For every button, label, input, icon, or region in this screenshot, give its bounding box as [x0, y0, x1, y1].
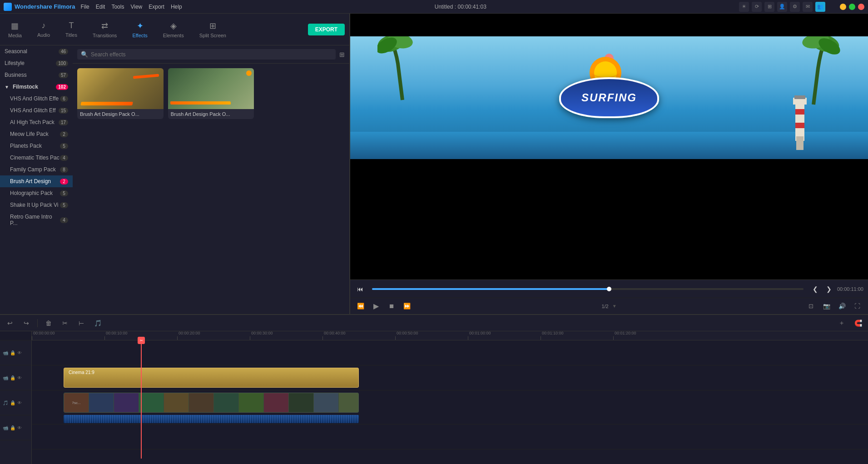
go-start-button[interactable]: ⏮ — [355, 284, 366, 294]
clip-stickers[interactable]: 7sc... — [64, 393, 359, 413]
menu-file[interactable]: File — [80, 4, 89, 10]
track-3-eye-icon[interactable]: 👁 — [17, 400, 22, 405]
tracks-body: ✂ Cinema 21:9 — [32, 340, 868, 459]
toolbar-elements[interactable]: ◈ Elements — [159, 19, 188, 40]
category-filmstock[interactable]: ▼ Filmstock 102 — [0, 81, 73, 93]
title-bar-right: ☀ ⟳ ⊞ 👤 ⚙ ✉ 👥 — [739, 2, 864, 12]
progress-bar[interactable] — [372, 288, 804, 290]
clip-cinema[interactable]: Cinema 21:9 — [64, 368, 359, 388]
track-1-eye-icon[interactable]: 👁 — [17, 350, 22, 355]
tb-icon-user[interactable]: 👤 — [777, 2, 787, 12]
menu-view[interactable]: View — [130, 4, 142, 10]
cut-button[interactable]: ✂ — [60, 318, 70, 329]
nav-prev-button[interactable]: ❮ — [810, 284, 821, 294]
magnet-button[interactable]: 🧲 — [853, 318, 863, 329]
screenshot-button[interactable]: 📷 — [821, 300, 833, 312]
ruler-spacer — [0, 331, 31, 340]
category-holographic[interactable]: Holographic Pack 5 — [0, 187, 73, 199]
category-retro-game-label: Retro Game Intro P... — [10, 214, 60, 226]
search-input[interactable] — [91, 51, 332, 58]
tb-icon-sun[interactable]: ☀ — [739, 2, 749, 12]
volume-button[interactable]: 🔊 — [836, 300, 848, 312]
elements-icon: ◈ — [170, 21, 177, 31]
category-seasonal[interactable]: Seasonal 46 — [0, 45, 73, 57]
category-planets[interactable]: Planets Pack 5 — [0, 140, 73, 152]
undo-button[interactable]: ↩ — [5, 318, 15, 329]
tb-icon-mail[interactable]: ✉ — [803, 2, 813, 12]
add-track-button[interactable]: ＋ — [836, 318, 847, 329]
menu-export[interactable]: Export — [149, 4, 164, 10]
category-cinematic-titles[interactable]: Cinematic Titles Pac 4 — [0, 152, 73, 164]
category-planets-label: Planets Pack — [10, 143, 42, 149]
fit-button[interactable]: ⊡ — [805, 300, 817, 312]
fullscreen-button[interactable]: ⛶ — [852, 300, 863, 312]
split-button[interactable]: ⊢ — [76, 318, 87, 329]
category-lifestyle-label: Lifestyle — [5, 60, 25, 66]
tb-icon-account[interactable]: 👥 — [815, 2, 825, 12]
palm-left-svg — [377, 36, 432, 109]
audio-label: Audio — [37, 32, 50, 38]
audio-detach-button[interactable]: 🎵 — [92, 318, 103, 329]
close-button[interactable] — [858, 4, 864, 10]
fast-forward-button[interactable]: ⏩ — [401, 300, 413, 312]
track-4-eye-icon[interactable]: 👁 — [17, 425, 22, 430]
category-ai-high-tech[interactable]: AI High Tech Pack 17 — [0, 116, 73, 128]
titles-icon: T — [69, 21, 74, 30]
tb-icon-present[interactable]: ⊞ — [764, 2, 774, 12]
category-vhs-effe[interactable]: VHS And Glitch Effe 6 — [0, 93, 73, 105]
track-4-lock-icon[interactable]: 🔒 — [10, 425, 15, 430]
play-pause-button[interactable]: ▶ — [370, 300, 382, 312]
timeline-toolbar: ↩ ↪ 🗑 ✂ ⊢ 🎵 ＋ 🧲 — [0, 315, 868, 331]
toolbar-titles[interactable]: T Titles — [62, 19, 81, 40]
sticker-thumb-12 — [339, 393, 358, 412]
effect-card-brush1[interactable]: Brush Art Design Pack O... — [77, 68, 164, 119]
category-meow-life[interactable]: Meow Life Pack 2 — [0, 128, 73, 140]
toolbar-media[interactable]: ▦ Media — [5, 19, 25, 40]
track-2-eye-icon[interactable]: 👁 — [17, 375, 22, 380]
search-input-wrap[interactable]: 🔍 — [77, 49, 336, 60]
minimize-button[interactable] — [840, 4, 846, 10]
grid-view-icon[interactable]: ⊞ — [339, 51, 345, 58]
export-button[interactable]: EXPORT — [308, 24, 345, 35]
track-3-lock-icon[interactable]: 🔒 — [10, 400, 15, 405]
nav-next-button[interactable]: ❯ — [823, 284, 834, 294]
sticker-thumbs: 7sc... — [64, 393, 358, 412]
rewind-button[interactable]: ⏪ — [355, 300, 367, 312]
track-1-lock-icon[interactable]: 🔒 — [10, 350, 15, 355]
category-lifestyle-count: 100 — [56, 60, 68, 66]
maximize-button[interactable] — [849, 4, 855, 10]
toolbar-effects[interactable]: ✦ Effects — [129, 19, 151, 40]
menu-help[interactable]: Help — [171, 4, 182, 10]
track-area[interactable]: 00:00:00:00 00:00:10:00 00:00:20:00 — [32, 331, 868, 464]
category-family-camp[interactable]: Family Camp Pack 8 — [0, 164, 73, 175]
toolbar-split-screen[interactable]: ⊞ Split Screen — [196, 19, 230, 40]
playback-bar: ⏮ ❮ ❯ 00:00:11:00 — [350, 279, 868, 298]
tb-icon-settings[interactable]: ⚙ — [790, 2, 800, 12]
track-2-lock-icon[interactable]: 🔒 — [10, 375, 15, 380]
toolbar-audio[interactable]: ♪ Audio — [34, 19, 54, 40]
pb-ctrl-left: ⏪ ▶ ⏹ ⏩ — [355, 300, 413, 312]
menu-tools[interactable]: Tools — [111, 4, 124, 10]
ruler-marks: 00:00:00:00 00:00:10:00 00:00:20:00 — [32, 331, 868, 340]
category-retro-game[interactable]: Retro Game Intro P... 4 — [0, 211, 73, 229]
tb-icon-sync[interactable]: ⟳ — [752, 2, 762, 12]
track-label-2[interactable]: 📹 🔒 👁 — [0, 365, 31, 390]
category-vhs-eff[interactable]: VHS And Glitch Eff 15 — [0, 105, 73, 116]
playhead[interactable]: ✂ — [141, 340, 142, 459]
effect-card-brush2[interactable]: Brush Art Design Pack O... — [168, 68, 254, 119]
redo-button[interactable]: ↪ — [21, 318, 32, 329]
toolbar-transitions[interactable]: ⇄ Transitions — [89, 19, 120, 40]
category-brush-art-design[interactable]: Brush Art Design 2 — [0, 175, 73, 187]
category-shake-it-up[interactable]: Shake It Up Pack Vi 5 — [0, 199, 73, 211]
delete-button[interactable]: 🗑 — [43, 318, 54, 329]
category-lifestyle[interactable]: Lifestyle 100 — [0, 57, 73, 69]
stop-button[interactable]: ⏹ — [386, 300, 397, 312]
category-business[interactable]: Business 57 — [0, 69, 73, 81]
menu-bar: File Edit Tools View Export Help — [80, 4, 182, 10]
sticker-thumb-5 — [164, 393, 189, 412]
ruler-mark-2: 00:00:20:00 — [177, 331, 250, 340]
track-label-3[interactable]: 🎵 🔒 👁 — [0, 390, 31, 415]
track-label-4[interactable]: 📹 🔒 👁 — [0, 415, 31, 440]
menu-edit[interactable]: Edit — [96, 4, 105, 10]
track-label-1[interactable]: 📹 🔒 👁 — [0, 340, 31, 365]
